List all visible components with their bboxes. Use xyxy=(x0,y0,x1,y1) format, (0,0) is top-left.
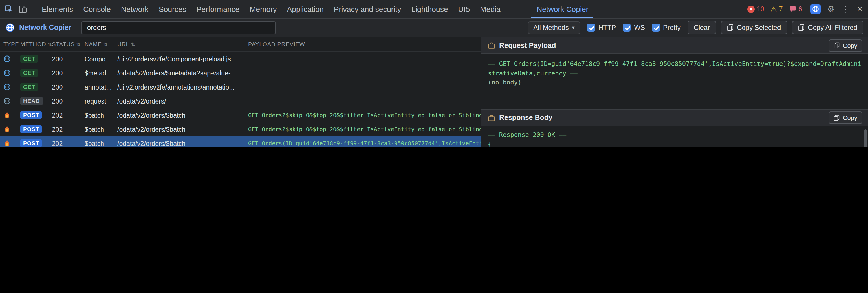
devtools-tab[interactable]: Elements xyxy=(37,0,78,18)
request-type-icon xyxy=(3,125,11,133)
request-name: $batch xyxy=(85,126,117,133)
devtools-tab[interactable]: Privacy and security xyxy=(329,0,406,18)
issues-count: 6 xyxy=(799,6,802,12)
column-header[interactable]: STATUS⇅ xyxy=(52,41,85,47)
status-code: 200 xyxy=(52,56,85,62)
devtools-tab[interactable]: Media xyxy=(475,0,506,18)
devtools-tab[interactable]: Application xyxy=(282,0,329,18)
table-row[interactable]: POST 202 $batch /odata/v2/orders/$batch … xyxy=(0,122,480,136)
devtools-tab[interactable]: Lighthouse xyxy=(406,0,453,18)
copy-request-button[interactable]: Copy xyxy=(829,39,862,51)
copy-icon xyxy=(727,24,734,31)
response-line: —— Response 200 OK —— xyxy=(488,131,862,140)
column-header[interactable]: URL⇅ xyxy=(117,41,248,47)
table-header: TYPE⇅ METHOD⇅ STATUS⇅ NAME⇅ URL⇅ PAYLOAD… xyxy=(0,37,480,52)
filter-checkboxes: HTTP WS Pretty xyxy=(587,24,681,32)
devtools-left-tools xyxy=(0,0,37,18)
network-copier-toolbar: Network Copier All Methods ▾ HTTP WS Pre… xyxy=(0,19,868,37)
warning-icon: ⚠ xyxy=(770,5,777,13)
chevron-down-icon: ▾ xyxy=(572,25,575,30)
close-devtools-icon[interactable]: × xyxy=(857,4,862,13)
method-badge: POST xyxy=(20,139,42,147)
response-body-header: Response Body Copy xyxy=(481,109,868,126)
copy-selected-button[interactable]: Copy Selected xyxy=(720,21,787,34)
table-row[interactable]: GET 200 $metad... /odata/v2/orders/$meta… xyxy=(0,66,480,80)
method-badge: POST xyxy=(20,125,42,134)
request-table-panel: TYPE⇅ METHOD⇅ STATUS⇅ NAME⇅ URL⇅ PAYLOAD… xyxy=(0,37,480,147)
request-type-icon xyxy=(3,83,11,90)
warning-count: 7 xyxy=(779,6,783,12)
request-name: request xyxy=(85,98,117,104)
console-errors-badge[interactable]: × 10 xyxy=(747,5,764,13)
method-badge: HEAD xyxy=(20,97,42,105)
request-name: annotat... xyxy=(85,83,117,90)
table-row[interactable]: HEAD 200 request /odata/v2/orders/ xyxy=(0,94,480,108)
devtools-tab[interactable]: Console xyxy=(78,0,116,18)
table-row[interactable]: POST 202 $batch /odata/v2/orders/$batch … xyxy=(0,108,480,122)
issues-bubble-icon xyxy=(789,5,796,13)
request-type-icon xyxy=(3,140,11,147)
column-header[interactable]: METHOD⇅ xyxy=(20,41,52,47)
section-title: Response Body xyxy=(499,114,553,121)
clear-button[interactable]: Clear xyxy=(687,21,716,34)
filter-checkbox[interactable]: WS xyxy=(623,24,645,32)
main-area: TYPE⇅ METHOD⇅ STATUS⇅ NAME⇅ URL⇅ PAYLOAD… xyxy=(0,37,868,147)
filter-checkbox[interactable]: HTTP xyxy=(587,24,616,32)
table-row[interactable]: GET 200 annotat... /ui.v2.ordersv2fe/ann… xyxy=(0,80,480,94)
error-icon: × xyxy=(747,5,755,13)
method-badge: GET xyxy=(20,69,38,77)
request-name: $metad... xyxy=(85,70,117,76)
request-url: /odata/v2/orders/$metadata?sap-value-... xyxy=(117,70,248,76)
request-url: /ui.v2.ordersv2fe/annotations/annotatio.… xyxy=(117,83,248,90)
search-input[interactable] xyxy=(82,21,276,34)
request-name: $batch xyxy=(85,112,117,118)
error-count: 10 xyxy=(757,6,764,12)
issues-badge[interactable]: 6 xyxy=(789,5,802,13)
method-filter-select[interactable]: All Methods ▾ xyxy=(528,21,580,34)
request-type-icon xyxy=(3,55,11,63)
devtools-tab[interactable]: Performance xyxy=(191,0,245,18)
settings-gear-icon[interactable]: ⚙ xyxy=(827,5,834,13)
sort-icon: ⇅ xyxy=(103,41,108,47)
extension-icon[interactable] xyxy=(810,4,820,14)
request-table-body: GET 200 Compo... /ui.v2.ordersv2fe/Compo… xyxy=(0,52,480,147)
devtools-tab[interactable]: Network Copier xyxy=(532,0,594,18)
copy-icon xyxy=(798,24,805,31)
copy-all-filtered-button[interactable]: Copy All Filtered xyxy=(792,21,864,34)
console-warnings-badge[interactable]: ⚠ 7 xyxy=(770,5,782,13)
column-header[interactable]: TYPE⇅ xyxy=(3,41,20,47)
checkbox-label: HTTP xyxy=(598,24,616,32)
inspect-element-icon[interactable] xyxy=(4,5,13,13)
copy-icon xyxy=(834,115,840,121)
request-url: /odata/v2/orders/ xyxy=(117,98,248,104)
status-code: 200 xyxy=(52,98,85,104)
filter-checkbox[interactable]: Pretty xyxy=(652,24,681,32)
sort-icon: ⇅ xyxy=(48,41,52,47)
status-code: 202 xyxy=(52,126,85,133)
checkbox-label: WS xyxy=(634,24,645,32)
payload-preview: GET Orders(ID=guid'64e718c9-ff99-47f1-8c… xyxy=(248,140,480,146)
request-url: /odata/v2/orders/$batch xyxy=(117,112,248,118)
devtools-tab[interactable]: Sources xyxy=(154,0,191,18)
devtools-tab[interactable]: UI5 xyxy=(453,0,475,18)
column-header[interactable]: NAME⇅ xyxy=(85,41,117,47)
devtools-tab[interactable]: Network xyxy=(116,0,154,18)
response-body-lines: —— Response 200 OK ——{ "d": { "ID": "64e… xyxy=(488,131,862,147)
vertical-scrollbar[interactable] xyxy=(864,130,867,147)
checkbox-icon xyxy=(587,24,595,32)
app-title: Network Copier xyxy=(19,24,71,32)
table-row[interactable]: POST 202 $batch /odata/v2/orders/$batch … xyxy=(0,136,480,147)
request-url: /odata/v2/orders/$batch xyxy=(117,140,248,147)
more-options-icon[interactable]: ⋮ xyxy=(841,5,851,13)
devtools-tab[interactable]: Memory xyxy=(245,0,282,18)
detail-panel: Request Payload Copy —— GET Orders(ID=gu… xyxy=(480,37,868,147)
column-header[interactable]: PAYLOAD PREVIEW⇅ xyxy=(248,41,480,47)
response-line: { xyxy=(488,140,862,147)
request-payload-header: Request Payload Copy xyxy=(481,37,868,54)
table-row[interactable]: GET 200 Compo... /ui.v2.ordersv2fe/Compo… xyxy=(0,52,480,66)
method-badge: GET xyxy=(20,54,38,63)
copy-response-button[interactable]: Copy xyxy=(829,111,862,124)
method-badge: GET xyxy=(20,83,38,91)
device-toolbar-icon[interactable] xyxy=(19,5,27,13)
request-payload-content: —— GET Orders(ID=guid'64e718c9-ff99-47f1… xyxy=(481,54,868,109)
